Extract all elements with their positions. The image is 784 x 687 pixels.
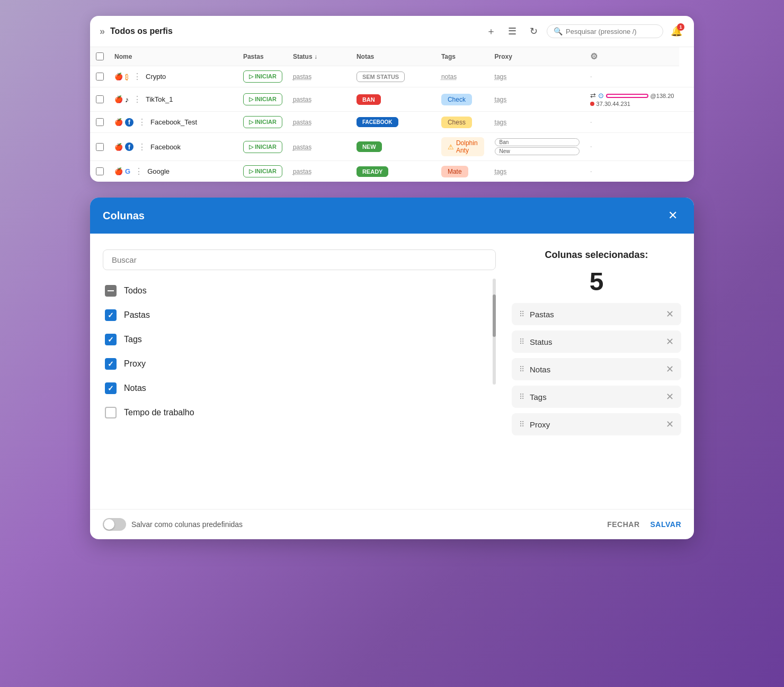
table-row: 🍎 ₿ ⋮ Crypto ▷ INICIAR pastas SEM STATUS… <box>90 66 694 87</box>
remove-col-tags[interactable]: ✕ <box>666 391 674 403</box>
checkbox-pastas[interactable] <box>105 309 117 321</box>
row-checkbox-fbtest[interactable] <box>96 118 104 126</box>
notas-link-crypto[interactable]: notas <box>441 73 457 81</box>
salvar-button[interactable]: SALVAR <box>651 520 681 529</box>
col-header-nome: Nome <box>109 47 238 66</box>
column-label-todos: Todos <box>124 286 147 296</box>
checkbox-notas[interactable] <box>105 382 117 394</box>
row-checkbox-tiktok[interactable] <box>96 95 104 103</box>
selected-count-num: 5 <box>590 269 604 295</box>
status-badge-google: READY <box>357 166 389 177</box>
modal-search-input[interactable] <box>103 249 496 270</box>
scrollbar-thumb[interactable] <box>493 295 496 337</box>
filter-button[interactable]: ☰ <box>504 23 520 39</box>
drag-handle-status[interactable]: ⠿ <box>519 337 524 346</box>
tags-link-tiktok[interactable]: tags <box>495 96 507 103</box>
iniciar-btn-crypto[interactable]: ▷ INICIAR <box>243 70 282 83</box>
drag-handle-tags[interactable]: ⠿ <box>519 392 524 401</box>
checkbox-todos[interactable] <box>105 285 117 297</box>
column-item-proxy[interactable]: Proxy <box>103 352 489 376</box>
checkbox-tags[interactable] <box>105 334 117 345</box>
selected-col-proxy: ⠿ Proxy ✕ <box>512 413 681 435</box>
remove-col-pastas[interactable]: ✕ <box>666 308 674 320</box>
column-label-proxy: Proxy <box>124 359 146 369</box>
remove-col-status[interactable]: ✕ <box>666 336 674 347</box>
row-menu-fb[interactable]: ⋮ <box>138 142 146 152</box>
iniciar-btn-fb[interactable]: ▷ INICIAR <box>243 141 282 153</box>
notas-chip-fb: ⚠ Dolphin Anty <box>441 137 484 156</box>
col-header-pastas: Pastas <box>238 47 288 66</box>
pastas-link-crypto[interactable]: pastas <box>293 73 311 81</box>
table-row: 🍎 f ⋮ Facebook ▷ INICIAR pastas NEW ⚠ Do… <box>90 133 694 161</box>
row-menu-fbtest[interactable]: ⋮ <box>138 117 146 127</box>
tag-ban: Ban <box>495 138 580 146</box>
col-header-status[interactable]: Status ↓ <box>288 47 351 66</box>
settings-icon[interactable]: ⚙ <box>590 52 598 61</box>
notas-chip-google: Mate <box>441 166 468 177</box>
column-label-tempo: Tempo de trabalho <box>124 408 194 417</box>
add-button[interactable]: ＋ <box>483 23 499 39</box>
checkbox-tempo[interactable] <box>105 407 117 418</box>
row-menu-google[interactable]: ⋮ <box>135 166 143 176</box>
proxy-connect-icon[interactable]: ⊙ <box>598 92 604 100</box>
selected-col-tags: ⠿ Tags ✕ <box>512 386 681 408</box>
proxy-ip2-tiktok: 37.30.44.231 <box>596 101 630 107</box>
status-badge-fbtest: FACEBOOK <box>357 117 398 127</box>
row-menu-crypto[interactable]: ⋮ <box>133 72 141 82</box>
pastas-link-google[interactable]: pastas <box>293 168 311 175</box>
selected-col-name-pastas: Pastas <box>530 310 661 319</box>
column-item-tempo[interactable]: Tempo de trabalho <box>103 400 489 425</box>
refresh-button[interactable]: ↻ <box>525 23 541 39</box>
search-input[interactable] <box>566 28 656 35</box>
profile-name-fbtest: Facebook_Test <box>150 118 197 126</box>
tags-link-fbtest[interactable]: tags <box>495 119 507 126</box>
apple-icon: 🍎 <box>114 118 123 126</box>
fechar-button[interactable]: FECHAR <box>607 520 639 529</box>
selected-count-label: Colunas selecionadas: <box>545 249 648 261</box>
notification-button[interactable]: 🔔 1 <box>669 23 684 39</box>
proxy-dot-crypto: · <box>590 72 592 81</box>
tags-link-google[interactable]: tags <box>495 168 507 175</box>
checkbox-proxy[interactable] <box>105 358 117 370</box>
iniciar-btn-fbtest[interactable]: ▷ INICIAR <box>243 116 282 128</box>
header-actions: ＋ ☰ ↻ 🔍 🔔 1 <box>483 23 684 39</box>
column-item-todos[interactable]: Todos <box>103 279 489 303</box>
pastas-link-fbtest[interactable]: pastas <box>293 119 311 126</box>
column-item-pastas[interactable]: Pastas <box>103 303 489 327</box>
drag-handle-pastas[interactable]: ⠿ <box>519 310 524 318</box>
proxy-ip1-tiktok: @138.20 <box>651 93 674 99</box>
pastas-link-fb[interactable]: pastas <box>293 144 311 151</box>
status-badge-fb: NEW <box>357 141 382 152</box>
row-checkbox-google[interactable] <box>96 167 104 175</box>
column-item-notas[interactable]: Notas <box>103 376 489 400</box>
selected-columns-list: ⠿ Pastas ✕ ⠿ Status ✕ ⠿ Notas ✕ <box>512 303 681 435</box>
predefined-toggle[interactable] <box>103 518 126 531</box>
pastas-link-tiktok[interactable]: pastas <box>293 96 311 103</box>
column-item-tags[interactable]: Tags <box>103 327 489 352</box>
iniciar-btn-google[interactable]: ▷ INICIAR <box>243 165 282 177</box>
footer-buttons: FECHAR SALVAR <box>607 520 681 529</box>
collapse-icon[interactable]: » <box>100 26 105 37</box>
remove-col-proxy[interactable]: ✕ <box>666 418 674 430</box>
selected-col-pastas: ⠿ Pastas ✕ <box>512 303 681 325</box>
tags-link-crypto[interactable]: tags <box>495 73 507 81</box>
profile-name-crypto: Crypto <box>146 73 166 81</box>
drag-handle-notas[interactable]: ⠿ <box>519 365 524 373</box>
remove-col-notas[interactable]: ✕ <box>666 363 674 375</box>
row-checkbox-crypto[interactable] <box>96 73 104 81</box>
iniciar-btn-tiktok[interactable]: ▷ INICIAR <box>243 93 282 105</box>
notas-chip-tiktok: Check <box>441 94 472 105</box>
column-label-pastas: Pastas <box>124 310 150 320</box>
apple-icon: 🍎 <box>114 167 123 175</box>
search-icon: 🔍 <box>554 27 563 35</box>
drag-handle-proxy[interactable]: ⠿ <box>519 420 524 429</box>
apple-icon: 🍎 <box>114 95 123 103</box>
proxy-input-tiktok[interactable] <box>606 94 648 98</box>
profile-name-tiktok: TikTok_1 <box>146 95 173 103</box>
select-all-checkbox[interactable] <box>96 52 104 60</box>
modal-close-button[interactable]: ✕ <box>664 207 681 224</box>
row-menu-tiktok[interactable]: ⋮ <box>133 94 141 104</box>
bitcoin-icon: ₿ <box>125 73 129 81</box>
proxy-refresh-icon[interactable]: ⇄ <box>590 92 596 100</box>
row-checkbox-fb[interactable] <box>96 143 104 151</box>
